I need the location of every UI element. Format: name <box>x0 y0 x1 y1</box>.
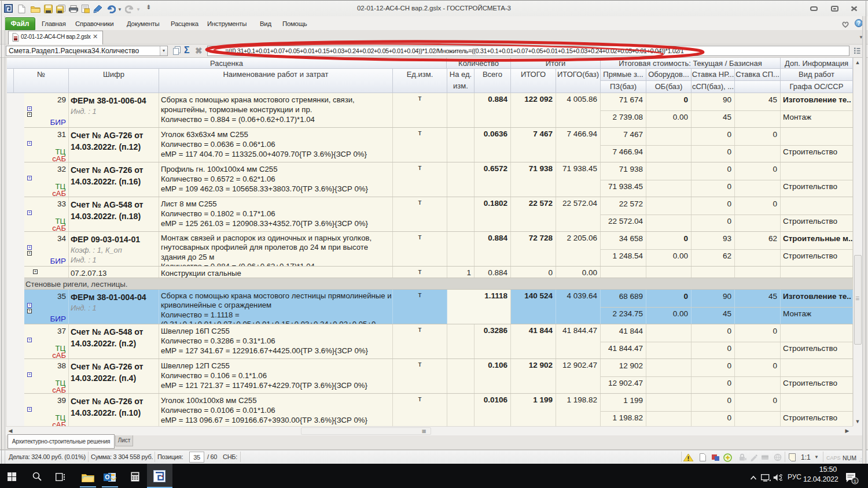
svg-text:1: 1 <box>854 479 856 484</box>
svg-text:O: O <box>105 474 110 480</box>
